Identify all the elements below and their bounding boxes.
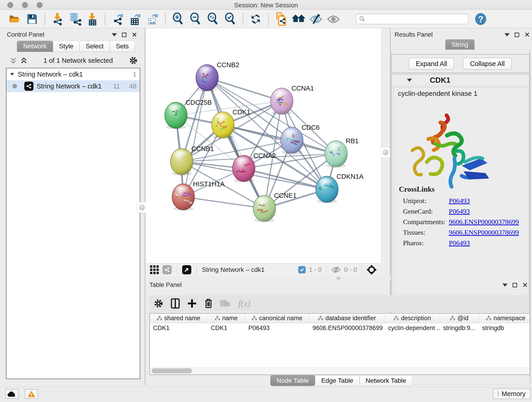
expand-all-icon[interactable] bbox=[21, 57, 27, 64]
export-image-icon[interactable] bbox=[146, 12, 159, 26]
gene-description: cyclin-dependent kinase 1 bbox=[398, 89, 528, 97]
expand-all-button[interactable]: Expand All bbox=[409, 58, 454, 70]
results-panel-float-icon[interactable] bbox=[505, 33, 510, 36]
table-hscrollbar[interactable] bbox=[149, 367, 530, 375]
tab-node-table[interactable]: Node Table bbox=[270, 375, 315, 386]
table-cell[interactable]: stringdb bbox=[479, 323, 530, 333]
crosslink-label: Compartments: bbox=[403, 218, 449, 226]
collapse-all-button[interactable]: Collapse All bbox=[463, 58, 512, 70]
export-network-icon[interactable] bbox=[111, 12, 124, 26]
collection-expander-icon[interactable] bbox=[10, 73, 14, 75]
collapse-all-icon[interactable] bbox=[10, 57, 17, 64]
network-row-label: String Network – cdk1 bbox=[37, 83, 102, 90]
import-table-icon[interactable] bbox=[86, 12, 99, 26]
column-header-canonical-name[interactable]: canonical name bbox=[245, 313, 309, 323]
column-header--id[interactable]: @id bbox=[440, 313, 479, 323]
cloud-button[interactable] bbox=[5, 389, 19, 399]
node-table[interactable]: shared namenamecanonical namedatabase id… bbox=[149, 313, 530, 367]
control-panel-float-icon[interactable] bbox=[112, 33, 117, 36]
table-cell[interactable]: cyclin-dependent ... bbox=[385, 323, 440, 333]
crosslink-link[interactable]: P06493 bbox=[449, 207, 470, 215]
node-label-ccne1: CCNE1 bbox=[274, 192, 297, 199]
tab-sets[interactable]: Sets bbox=[110, 41, 135, 52]
refresh-view-icon[interactable] bbox=[249, 12, 262, 26]
hidden-eye-icon[interactable] bbox=[331, 266, 341, 274]
fit-selected-crosshair-icon[interactable] bbox=[367, 265, 377, 275]
network-canvas[interactable]: CCNB2CCNA1CDC25BCDK1CDC6RB1CCNB1CCNA2CDK… bbox=[146, 28, 381, 263]
horizontal-splitter-handle[interactable] bbox=[336, 277, 341, 280]
crosslink-row: Compartments:9606.ENSP00000378699 bbox=[403, 217, 527, 227]
table-gear-icon[interactable] bbox=[154, 299, 163, 308]
table-cell[interactable]: CDK1 bbox=[208, 323, 245, 333]
table-cell[interactable]: stringdb:9... bbox=[440, 323, 479, 333]
crosslink-link[interactable]: 9606.ENSP00000378699 bbox=[449, 229, 519, 236]
control-panel-title: Control Panel bbox=[7, 31, 44, 38]
column-header-shared-name[interactable]: shared name bbox=[150, 313, 208, 323]
column-header-namespace[interactable]: namespace bbox=[479, 313, 530, 323]
show-all-networks-icon[interactable] bbox=[292, 12, 305, 26]
add-row-icon[interactable] bbox=[187, 299, 196, 308]
tab-network-table[interactable]: Network Table bbox=[360, 375, 412, 386]
warning-button[interactable] bbox=[25, 389, 38, 399]
control-panel-close-icon[interactable]: ✕ bbox=[132, 32, 137, 37]
table-hscrollbar-thumb[interactable] bbox=[152, 368, 192, 373]
delete-icon[interactable] bbox=[204, 298, 213, 308]
search-field[interactable] bbox=[356, 14, 469, 24]
table-panel-float-icon[interactable] bbox=[502, 283, 507, 287]
column-header-database-identifier[interactable]: database identifier bbox=[309, 313, 385, 323]
tab-string[interactable]: String bbox=[445, 39, 475, 50]
toolbar-separator bbox=[44, 13, 45, 25]
open-session-icon[interactable] bbox=[8, 12, 21, 26]
crosslink-link[interactable]: 9606.ENSP00000378699 bbox=[449, 218, 519, 226]
network-row[interactable]: String Network – cdk1 11 48 bbox=[6, 80, 140, 92]
network-view-title: String Network – cdk1 bbox=[202, 266, 265, 274]
zoom-out-icon[interactable] bbox=[189, 12, 202, 26]
zoom-selected-icon[interactable] bbox=[224, 12, 237, 26]
tab-edge-table[interactable]: Edge Table bbox=[315, 375, 360, 386]
export-table-icon[interactable] bbox=[128, 12, 142, 26]
network-share-icon[interactable] bbox=[162, 265, 172, 274]
results-panel-undock-icon[interactable] bbox=[515, 32, 519, 37]
table-panel-close-icon[interactable]: ✕ bbox=[522, 283, 528, 287]
network-edge[interactable] bbox=[183, 197, 264, 208]
table-row[interactable]: CDK1CDK1P064939606.ENSP00000378699cyclin… bbox=[150, 323, 530, 333]
right-splitter-handle[interactable] bbox=[380, 147, 391, 158]
column-header-name[interactable]: name bbox=[208, 313, 245, 323]
clone-network-icon[interactable] bbox=[274, 12, 288, 26]
tab-select[interactable]: Select bbox=[80, 41, 110, 52]
show-graphics-details-icon[interactable] bbox=[327, 12, 340, 26]
tab-network[interactable]: Network bbox=[17, 41, 53, 52]
select-columns-icon[interactable] bbox=[171, 298, 180, 308]
column-type-icon bbox=[318, 316, 323, 321]
import-network-database-icon[interactable] bbox=[68, 12, 82, 26]
help-icon[interactable]: ? bbox=[474, 12, 487, 26]
search-input[interactable] bbox=[365, 15, 465, 23]
save-session-icon[interactable] bbox=[25, 12, 39, 26]
grid-view-icon[interactable] bbox=[150, 265, 159, 274]
birds-eye-view-icon[interactable] bbox=[182, 265, 191, 274]
hide-graphics-details-icon[interactable] bbox=[309, 12, 323, 26]
control-panel-undock-icon[interactable] bbox=[122, 32, 127, 37]
network-collection-row[interactable]: String Network – cdk1 1 bbox=[6, 68, 140, 80]
gear-icon[interactable] bbox=[129, 56, 138, 65]
table-cell[interactable]: 9606.ENSP00000378699 bbox=[309, 323, 385, 333]
table-cell[interactable]: P06493 bbox=[245, 323, 309, 333]
import-network-icon[interactable] bbox=[51, 12, 64, 26]
tab-style[interactable]: Style bbox=[53, 41, 80, 52]
selected-checkbox-icon[interactable] bbox=[298, 266, 306, 274]
memory-button[interactable]: Memory bbox=[493, 389, 531, 399]
node-label-ccna1: CCNA1 bbox=[291, 85, 314, 92]
column-header-description[interactable]: description bbox=[385, 313, 440, 323]
gene-expander-icon[interactable] bbox=[407, 79, 412, 82]
crosslink-link[interactable]: P06493 bbox=[449, 239, 470, 247]
zoom-fit-icon[interactable] bbox=[206, 12, 220, 26]
toolbar-separator bbox=[268, 13, 269, 25]
column-type-icon bbox=[157, 316, 162, 321]
network-edge[interactable] bbox=[207, 78, 282, 101]
table-cell[interactable]: CDK1 bbox=[150, 323, 208, 333]
zoom-in-icon[interactable] bbox=[171, 12, 185, 26]
left-splitter-handle[interactable] bbox=[137, 202, 147, 213]
table-panel-undock-icon[interactable] bbox=[513, 283, 517, 287]
crosslink-link[interactable]: P06493 bbox=[449, 197, 470, 205]
results-panel-close-icon[interactable]: ✕ bbox=[524, 32, 530, 37]
